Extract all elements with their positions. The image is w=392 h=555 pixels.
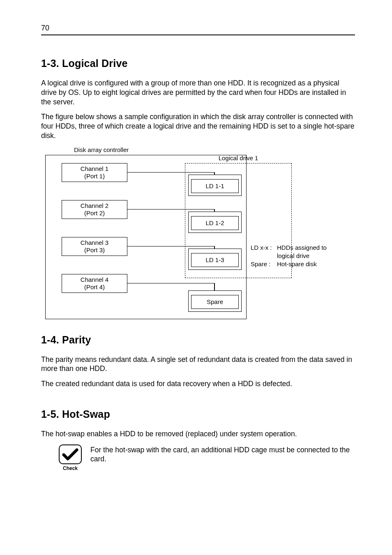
legend-val-ld-2: logical drive [277,252,327,260]
conn-ch1-h [127,172,214,173]
hdd-spare-label: Spare [191,295,239,309]
para-ld-2: The figure below shows a sample configur… [41,112,355,140]
diagram: Channel 1 (Port 1) Channel 2 (Port 2) Ch… [41,155,353,319]
page-content: 1-3. Logical Drive A logical drive is co… [41,58,355,471]
legend-val-ld-1: HDDs assigned to [277,244,327,252]
check-icon-wrap: Check [58,444,83,471]
channel-3-l2: (Port 3) [84,246,105,254]
hdd-ld-1-1: LD 1-1 [188,175,242,196]
channel-2-l1: Channel 2 [81,202,108,210]
conn-ch1-v [214,172,215,175]
channel-4-l1: Channel 4 [81,276,108,283]
channel-3-l1: Channel 3 [81,239,108,246]
check-icon [59,444,82,464]
legend-key-spare: Spare : [251,260,277,268]
para-hotswap-1: The hot-swap enables a HDD to be removed… [41,429,355,439]
heading-hot-swap: 1-5. Hot-Swap [41,408,355,420]
para-parity-2: The created redundant data is used for d… [41,379,355,389]
check-label: Check [58,465,83,471]
checkmark-icon [62,447,78,461]
hdd-ld-1-2: LD 1-2 [188,212,242,233]
diagram-caption: Disk array controller [74,146,355,153]
hdd-spare: Spare [188,290,242,312]
heading-logical-drive: 1-3. Logical Drive [41,58,355,69]
hdd-ld-1-3-label: LD 1-3 [191,253,239,267]
channel-2-l2: (Port 2) [84,210,105,217]
conn-ch4-h [127,283,214,284]
legend-key-ld: LD x-x : [251,244,277,260]
channel-1-l1: Channel 1 [81,165,108,173]
channel-3-box: Channel 3 (Port 3) [62,237,127,256]
channel-1-box: Channel 1 (Port 1) [62,163,127,182]
check-text: For the hot-swap with the card, an addit… [90,444,355,464]
hdd-ld-1-2-label: LD 1-2 [191,216,239,230]
diagram-wrap: Disk array controller Channel 1 (Port 1)… [41,146,355,319]
para-ld-1: A logical drive is configured with a gro… [41,78,355,106]
channel-1-l2: (Port 1) [84,173,105,180]
top-rule [41,35,355,35]
conn-ch4-v [214,283,215,291]
channel-4-box: Channel 4 (Port 4) [62,274,127,293]
hdd-ld-1-3: LD 1-3 [188,249,242,270]
channel-4-l2: (Port 4) [84,283,105,291]
legend-val-spare: Hot-spare disk [277,260,317,268]
logical-drive-group-label: Logical drive 1 [185,154,291,161]
para-parity-1: The parity means redundant data. A singl… [41,355,355,374]
check-callout: Check For the hot-swap with the card, an… [58,444,355,471]
diagram-legend: LD x-x : HDDs assigned to logical drive … [251,244,327,269]
conn-ch2-v [214,209,215,212]
page-number: 70 [41,24,49,32]
conn-ch3-v [214,246,215,249]
hdd-ld-1-1-label: LD 1-1 [191,179,239,193]
channel-2-box: Channel 2 (Port 2) [62,200,127,219]
heading-parity: 1-4. Parity [41,334,355,346]
conn-ch3-h [127,246,214,247]
conn-ch2-h [127,209,214,210]
